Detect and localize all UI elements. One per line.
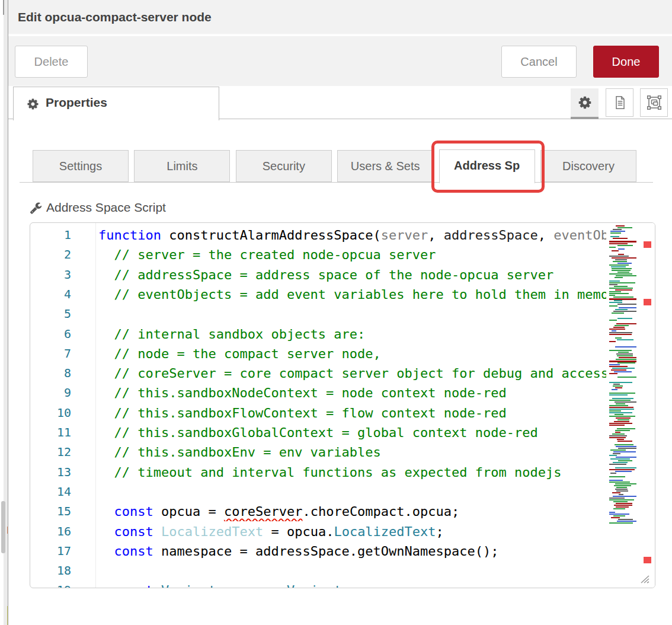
properties-gear-active-underline	[571, 117, 599, 119]
code-editor[interactable]: 12345678910111213141516171819 function c…	[30, 222, 655, 588]
code-line: // eventObjects = add event variables he…	[98, 285, 606, 304]
line-number: 1	[30, 225, 95, 245]
tray-panel: Edit opcua-compact-server node Delete Ca…	[8, 0, 672, 625]
line-number: 11	[30, 423, 95, 442]
line-number: 16	[30, 522, 95, 541]
tab-users-sets[interactable]: Users & Sets	[337, 150, 433, 182]
resize-grip-icon[interactable]	[640, 575, 649, 583]
line-number: 6	[30, 324, 95, 344]
code-line: // this.sandboxGlobalContext = global co…	[98, 423, 606, 442]
gear-icon	[27, 98, 39, 110]
tab-properties[interactable]: Properties	[13, 87, 219, 120]
properties-gear-button[interactable]	[571, 88, 599, 117]
node-tabs-bottom-border	[20, 182, 653, 183]
gear-icon	[578, 95, 592, 110]
edit-node-dialog: Edit opcua-compact-server node Delete Ca…	[0, 0, 672, 625]
error-marker	[644, 557, 651, 563]
line-number: 18	[30, 561, 95, 581]
code-line: // addressSpace = address space of the n…	[98, 265, 606, 285]
dialog-title: Edit opcua-compact-server node	[18, 10, 212, 24]
error-marker	[644, 299, 651, 305]
tab-security[interactable]: Security	[236, 150, 332, 182]
code-line	[98, 482, 606, 502]
appearance-icon	[646, 95, 662, 111]
line-number: 2	[30, 245, 95, 264]
line-number: 8	[30, 363, 95, 383]
tab-settings[interactable]: Settings	[33, 150, 129, 182]
wrench-icon	[30, 202, 42, 214]
cancel-button[interactable]: Cancel	[501, 46, 577, 78]
line-number: 7	[30, 344, 95, 363]
line-number: 19	[30, 581, 95, 588]
line-number: 13	[30, 463, 95, 482]
code-line: // server = the created node-opcua serve…	[98, 245, 606, 264]
gutter-separator	[95, 223, 96, 588]
line-number: 5	[30, 304, 95, 324]
page-scrollbar-top-mark	[3, 0, 4, 15]
tab-limits[interactable]: Limits	[134, 150, 230, 182]
tab-properties-label: Properties	[46, 95, 107, 110]
done-button[interactable]: Done	[593, 46, 659, 78]
delete-button[interactable]: Delete	[15, 46, 88, 78]
appearance-button[interactable]	[640, 88, 668, 117]
code-line: // this.sandboxNodeContext = node contex…	[98, 383, 606, 403]
section-label-text: Address Space Script	[46, 200, 166, 215]
code-line: // node = the compact server node,	[98, 344, 606, 363]
code-line: const Variant = opcua.Variant;	[98, 581, 606, 588]
tab-address-space[interactable]: Address Sp	[439, 149, 535, 183]
code-line: // this.sandboxEnv = env variables	[98, 442, 606, 462]
code-line: // coreServer = core compact server obje…	[98, 363, 606, 383]
tray-toolbar: Delete Cancel Done	[8, 36, 672, 86]
code-line: const namespace = addressSpace.getOwnNam…	[98, 541, 606, 561]
description-icon	[612, 95, 628, 110]
code-line: const opcua = coreServer.choreCompact.op…	[98, 502, 606, 521]
code-line: // this.sandboxFlowContext = flow contex…	[98, 403, 606, 423]
tray-header: Edit opcua-compact-server node	[8, 0, 672, 35]
error-marker	[644, 241, 651, 248]
line-number: 15	[30, 502, 95, 521]
description-button[interactable]	[606, 88, 633, 117]
line-number: 12	[30, 442, 95, 462]
line-number: 17	[30, 541, 95, 561]
code-line	[98, 304, 606, 324]
line-number: 4	[30, 285, 95, 304]
code-line	[98, 561, 606, 581]
line-number: 10	[30, 403, 95, 423]
line-number: 9	[30, 383, 95, 403]
code-line: // timeout and interval functions as exp…	[98, 463, 606, 482]
line-number: 3	[30, 265, 95, 285]
minimap[interactable]	[608, 223, 639, 588]
page-left-edge	[0, 0, 8, 625]
code-line: // internal sandbox objects are:	[98, 324, 606, 344]
code-line: function constructAlarmAddressSpace(serv…	[98, 225, 606, 245]
code-line: const LocalizedText = opcua.LocalizedTex…	[98, 522, 606, 541]
overview-ruler[interactable]	[639, 223, 655, 588]
page-scrollbar-thumb[interactable]	[1, 501, 5, 553]
line-number: 14	[30, 482, 95, 502]
tab-discovery[interactable]: Discovery	[540, 150, 636, 182]
